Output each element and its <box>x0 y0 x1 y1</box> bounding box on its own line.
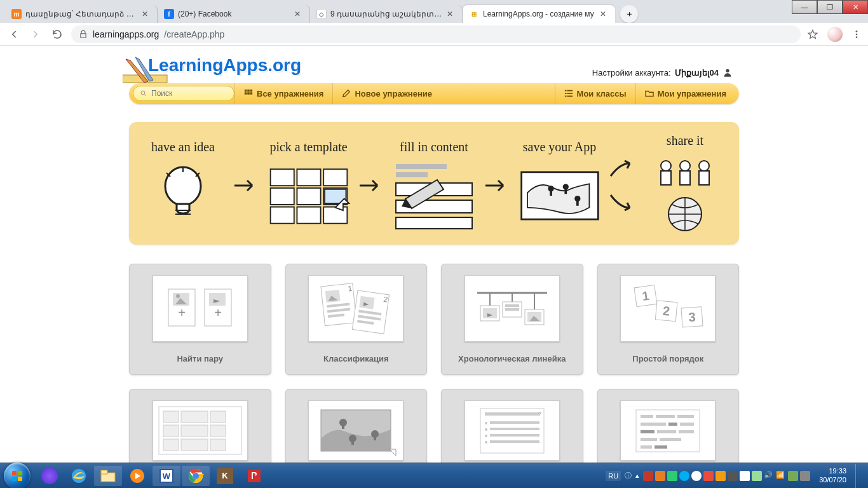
kebab-menu-icon[interactable] <box>851 29 862 39</box>
taskbar-app-ie[interactable] <box>65 466 93 486</box>
browser-tab[interactable]: m դասընթաց՝ Հետադարձ կապը է ✕ <box>5 5 158 23</box>
taskbar-app-media[interactable] <box>123 466 151 486</box>
tray-icon[interactable] <box>728 471 738 481</box>
template-card-timeline[interactable]: Хронологическая линейка <box>441 264 583 375</box>
language-indicator[interactable]: RU <box>606 471 621 481</box>
tray-icon[interactable] <box>788 471 798 481</box>
nav-my-exercises[interactable]: Мои упражнения <box>635 83 735 104</box>
new-tab-button[interactable]: ＋ <box>620 5 638 23</box>
svg-rect-24 <box>270 188 294 205</box>
reload-button[interactable] <box>50 27 65 42</box>
tray-volume-icon[interactable]: 🔊 <box>764 471 774 481</box>
svg-point-1 <box>856 33 858 35</box>
nav-my-classes[interactable]: Мои классы <box>555 83 635 104</box>
window-minimize-button[interactable]: — <box>792 0 817 14</box>
svg-rect-95 <box>163 411 179 423</box>
svg-rect-50 <box>699 171 709 185</box>
profile-avatar[interactable] <box>827 27 843 42</box>
svg-rect-127 <box>641 423 666 426</box>
svg-rect-70 <box>360 296 375 309</box>
svg-rect-133 <box>641 438 657 441</box>
back-button[interactable] <box>6 27 22 42</box>
taskbar-app-yandex[interactable] <box>36 466 64 486</box>
close-icon[interactable]: ✕ <box>600 10 609 18</box>
tray-icon[interactable] <box>703 471 714 481</box>
svg-rect-99 <box>181 425 208 437</box>
window-maximize-button[interactable]: ❐ <box>817 0 843 14</box>
nav-new-exercise[interactable]: Новое упражнение <box>332 83 441 104</box>
search-icon <box>140 90 147 97</box>
template-card-order[interactable]: 1 2 3 Простой порядок <box>597 264 740 375</box>
close-icon[interactable]: ✕ <box>142 10 151 18</box>
template-grid-icon <box>268 161 350 231</box>
svg-rect-100 <box>210 425 226 437</box>
search-input[interactable] <box>133 86 234 101</box>
browser-tab-active[interactable]: ⊞ LearningApps.org - создание му ✕ <box>463 5 615 23</box>
browser-tab[interactable]: ◇ 9 դասարանից աշակերտների ս ✕ <box>310 5 463 23</box>
taskbar-clock[interactable]: 19:33 30/07/20 <box>814 467 851 484</box>
taskbar-app-explorer[interactable] <box>94 466 122 486</box>
card-title: Классификация <box>323 354 389 363</box>
svg-rect-21 <box>270 169 294 186</box>
main-nav: Все упражнения Новое упражнение Мои клас… <box>129 83 739 104</box>
chevron-up-icon[interactable]: ▴ <box>635 471 639 480</box>
search-field[interactable] <box>151 89 227 98</box>
tray-icon[interactable] <box>655 471 665 481</box>
tray-network-icon[interactable]: 📶 <box>776 471 786 481</box>
card-thumb: ? xxxx <box>465 400 560 461</box>
show-desktop-button[interactable] <box>855 464 860 488</box>
svg-rect-97 <box>210 411 226 423</box>
close-icon[interactable]: ✕ <box>294 10 303 18</box>
taskbar-app-word[interactable]: W <box>153 466 180 486</box>
tray-icon[interactable] <box>691 471 702 481</box>
svg-rect-108 <box>351 438 354 445</box>
template-card-classification[interactable]: 1 2 Классификация <box>285 264 428 375</box>
svg-text:2: 2 <box>662 304 670 318</box>
nav-all-exercises[interactable]: Все упражнения <box>234 83 332 104</box>
step-label: share it <box>667 133 703 148</box>
window-close-button[interactable]: ✕ <box>843 0 868 14</box>
step-label: save your App <box>523 140 597 154</box>
start-button[interactable] <box>4 463 31 489</box>
card-thumb: 1 2 3 <box>620 275 715 342</box>
svg-rect-103 <box>210 439 226 451</box>
facebook-favicon-icon: f <box>164 9 174 19</box>
svg-rect-32 <box>396 172 428 177</box>
tab-title: (20+) Facebook <box>178 10 290 18</box>
step-idea: have an idea <box>142 140 224 231</box>
template-card-pair[interactable]: + + Найти пару <box>129 264 271 375</box>
tray-icon[interactable] <box>643 471 653 481</box>
help-icon[interactable]: ⓘ <box>625 471 632 480</box>
svg-rect-96 <box>181 411 208 423</box>
arrow-icon <box>233 176 259 195</box>
svg-rect-115 <box>490 421 539 424</box>
taskbar-app-k[interactable]: K <box>211 466 239 486</box>
tray-icon[interactable] <box>715 471 726 481</box>
svg-text:3: 3 <box>688 309 696 324</box>
svg-rect-101 <box>163 439 179 451</box>
step-save: save your App <box>519 140 601 231</box>
tray-flag-icon[interactable] <box>740 471 750 481</box>
svg-marker-111 <box>390 449 396 456</box>
tray-icon[interactable] <box>800 471 810 481</box>
forward-button[interactable] <box>28 27 43 42</box>
account-link[interactable]: Настройки аккаунта: Միքայել04 <box>592 67 733 78</box>
taskbar-app-acrobat[interactable] <box>240 466 268 486</box>
svg-rect-27 <box>270 207 294 224</box>
system-tray: RU ⓘ ▴ 🔊 📶 19:33 30/07/20 <box>606 464 864 488</box>
svg-rect-102 <box>181 439 208 451</box>
tray-skype-icon[interactable] <box>679 471 689 481</box>
svg-rect-138 <box>12 471 17 475</box>
account-username: Միքայել04 <box>675 68 719 78</box>
svg-rect-98 <box>163 425 179 437</box>
moodle-favicon-icon: m <box>11 9 22 19</box>
browser-tab[interactable]: f (20+) Facebook ✕ <box>158 5 310 23</box>
tray-battery-icon[interactable] <box>752 471 762 481</box>
bookmark-star-icon[interactable] <box>807 29 818 40</box>
url-field[interactable]: learningapps.org/createApp.php <box>71 25 801 43</box>
taskbar-app-chrome[interactable] <box>182 466 210 486</box>
close-icon[interactable]: ✕ <box>447 10 456 18</box>
tray-icon[interactable] <box>667 471 677 481</box>
step-label: have an idea <box>151 140 215 154</box>
svg-rect-28 <box>297 207 320 224</box>
